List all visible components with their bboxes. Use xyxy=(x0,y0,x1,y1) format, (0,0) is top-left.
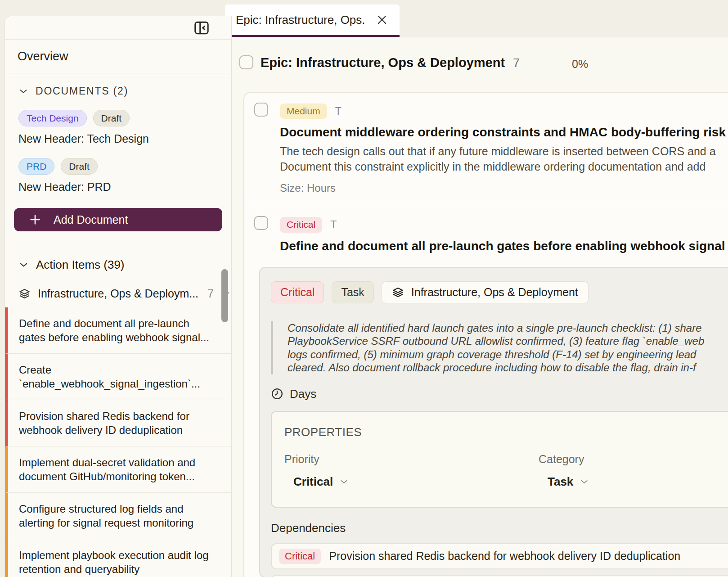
task-title: Define and document all pre-launch gates… xyxy=(280,239,728,253)
close-icon[interactable] xyxy=(375,13,389,27)
doc-type-badge: PRD xyxy=(18,158,54,175)
item-label: Configure structured log fields and aler… xyxy=(19,503,193,529)
task-detail-panel: Critical Task Infrastructure, Ops & Depl… xyxy=(259,267,728,577)
epic-group-count: 7 xyxy=(207,287,214,300)
task-description-quote: Consolidate all identified hard launch g… xyxy=(271,321,728,374)
task-type-icon: T xyxy=(335,105,342,117)
doc-status-badge: Draft xyxy=(61,158,98,175)
quote-line: Consolidate all identified hard launch g… xyxy=(288,321,728,335)
overview-label: Overview xyxy=(18,50,68,63)
task-checkbox[interactable] xyxy=(254,103,268,117)
properties-header: PROPERTIES xyxy=(284,425,728,439)
sidebar: Overview DOCUMENTS (2) Tech Design Draft… xyxy=(4,16,232,577)
epic-task-count: 7 xyxy=(513,56,520,70)
size-row: Days xyxy=(271,387,728,401)
properties-box: PROPERTIES Priority Critical xyxy=(271,411,728,508)
doc-title: New Header: Tech Design xyxy=(18,132,231,145)
priority-badge: Critical xyxy=(279,549,321,564)
chevron-down-icon xyxy=(18,260,29,270)
item-label: Create `enable_webhook_signal_ingestion`… xyxy=(19,364,200,390)
priority-badge: Medium xyxy=(280,104,327,119)
add-document-button[interactable]: Add Document xyxy=(14,208,222,231)
doc-status-badge: Draft xyxy=(93,110,130,126)
task-size: Size: Hours xyxy=(280,182,728,194)
epic-checkbox[interactable] xyxy=(239,55,253,69)
chevron-down-icon xyxy=(18,86,28,96)
category-label: Category xyxy=(539,453,728,466)
doc-type-badge: Tech Design xyxy=(18,110,87,126)
epic-badge[interactable]: Infrastructure, Ops & Deployment xyxy=(382,281,589,303)
sidebar-item-overview[interactable]: Overview xyxy=(5,40,231,73)
task-list-card: Medium T Document middleware ordering co… xyxy=(243,92,728,577)
list-item[interactable]: Define and document all pre-launch gates… xyxy=(5,307,231,354)
priority-label: Priority xyxy=(284,453,539,466)
epic-group-label: Infrastructure, Ops & Deploym... xyxy=(38,287,198,300)
priority-badge: Critical xyxy=(280,217,322,232)
chevron-down-icon xyxy=(580,477,589,487)
page-title: Epic: Infrastructure, Ops & Deployment xyxy=(261,55,505,70)
collapse-sidebar-icon[interactable] xyxy=(193,20,210,36)
priority-badge[interactable]: Critical xyxy=(271,281,324,303)
item-label: Implement playbook execution audit log r… xyxy=(19,549,209,575)
document-item-tech-design[interactable]: Tech Design Draft New Header: Tech Desig… xyxy=(5,97,231,145)
task-type-icon: T xyxy=(330,219,337,231)
category-value: Task xyxy=(548,475,573,489)
documents-section-header[interactable]: DOCUMENTS (2) xyxy=(5,73,231,97)
epic-progress: 0% xyxy=(572,58,588,71)
documents-header-label: DOCUMENTS (2) xyxy=(36,85,128,97)
epic-header: Epic: Infrastructure, Ops & Deployment 7… xyxy=(232,37,728,92)
list-item[interactable]: Provision shared Redis backend for webho… xyxy=(5,400,231,446)
task-title: Document middleware ordering constraints… xyxy=(280,125,728,140)
item-label: Define and document all pre-launch gates… xyxy=(19,317,209,343)
task-row[interactable]: Medium T Document middleware ordering co… xyxy=(244,93,728,206)
category-select[interactable]: Task xyxy=(548,475,589,489)
dependency-row[interactable]: Critical Create `enable_webhook_signal_i… xyxy=(271,575,728,577)
tab-title: Epic: Infrastructure, Ops... xyxy=(236,13,365,27)
layers-icon xyxy=(392,286,404,298)
task-description-line: The tech design calls out that if any fu… xyxy=(280,144,728,159)
action-items-section-header[interactable]: Action Items (39) xyxy=(5,245,231,272)
list-item[interactable]: Configure structured log fields and aler… xyxy=(5,493,231,539)
list-item[interactable]: Implement dual-secret validation and doc… xyxy=(5,446,231,493)
plus-icon xyxy=(28,213,42,226)
dependency-row[interactable]: Critical Provision shared Redis backend … xyxy=(271,543,728,569)
task-checkbox[interactable] xyxy=(254,216,268,230)
add-document-label: Add Document xyxy=(54,213,128,226)
epic-group-row[interactable]: Infrastructure, Ops & Deploym... 7 xyxy=(5,287,231,300)
clock-icon xyxy=(271,388,283,400)
sidebar-scrollbar-thumb[interactable] xyxy=(221,269,228,322)
quote-line: logs confirmed, (5) minimum graph covera… xyxy=(288,348,728,361)
epic-badge-label: Infrastructure, Ops & Deployment xyxy=(411,286,578,299)
task-description-line: Document this constraint explicitly in t… xyxy=(280,159,728,174)
doc-title: New Header: PRD xyxy=(18,180,231,194)
app-window: Epic: Infrastructure, Ops... Overview DO… xyxy=(0,0,728,577)
priority-value: Critical xyxy=(293,475,333,489)
item-label: Implement dual-secret validation and doc… xyxy=(19,456,195,482)
dependency-text: Provision shared Redis backend for webho… xyxy=(329,550,680,563)
list-item[interactable]: Create `enable_webhook_signal_ingestion`… xyxy=(5,354,231,400)
chevron-down-icon xyxy=(339,477,349,487)
document-item-prd[interactable]: PRD Draft New Header: PRD xyxy=(5,145,231,194)
action-items-list: Define and document all pre-launch gates… xyxy=(5,307,231,577)
layers-icon xyxy=(18,288,31,300)
dependencies-header: Dependencies xyxy=(271,521,728,535)
priority-select[interactable]: Critical xyxy=(293,475,349,489)
list-item[interactable]: Implement playbook execution audit log r… xyxy=(5,539,231,577)
size-label: Days xyxy=(290,387,316,401)
tab-epic[interactable]: Epic: Infrastructure, Ops... xyxy=(225,5,400,37)
item-label: Provision shared Redis backend for webho… xyxy=(19,410,189,436)
main-panel: Epic: Infrastructure, Ops & Deployment 7… xyxy=(232,37,728,577)
sidebar-header xyxy=(5,16,231,40)
category-badge[interactable]: Task xyxy=(332,281,373,303)
action-items-header-label: Action Items (39) xyxy=(36,258,125,272)
task-row[interactable]: Critical T Define and document all pre-l… xyxy=(244,206,728,253)
quote-line: PlaybookService SSRF outbound URL allowl… xyxy=(288,334,728,348)
quote-line: cleared. Also document rollback procedur… xyxy=(288,361,728,374)
